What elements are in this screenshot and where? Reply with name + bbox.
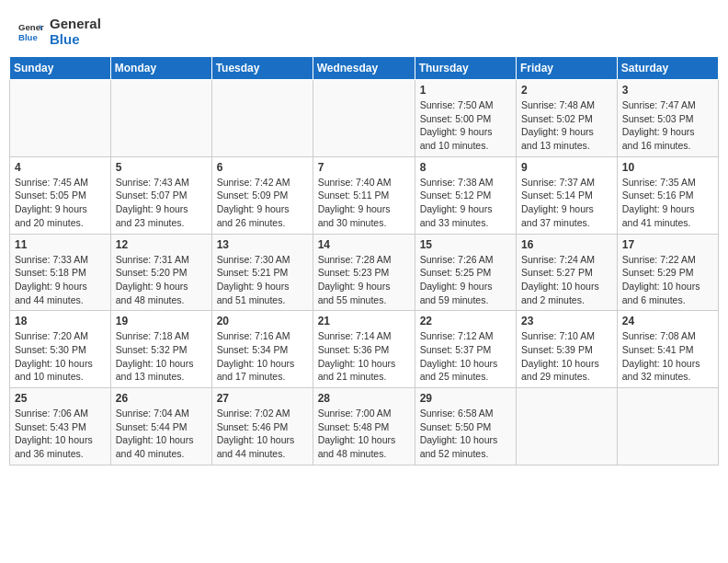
day-info-line: Daylight: 9 hours bbox=[15, 202, 106, 216]
day-info-line: Sunset: 5:48 PM bbox=[318, 420, 410, 434]
weekday-header-cell: Monday bbox=[110, 57, 211, 80]
weekday-header-cell: Friday bbox=[517, 57, 618, 80]
calendar-cell bbox=[211, 80, 313, 157]
calendar-cell: 7Sunrise: 7:40 AMSunset: 5:11 PMDaylight… bbox=[313, 156, 415, 234]
day-info-line: and 17 minutes. bbox=[217, 370, 308, 384]
day-number: 11 bbox=[15, 238, 106, 251]
day-info-line: Sunrise: 7:47 AM bbox=[622, 98, 713, 112]
day-info-line: and 37 minutes. bbox=[521, 216, 612, 230]
calendar-cell: 8Sunrise: 7:38 AMSunset: 5:12 PMDaylight… bbox=[415, 156, 516, 234]
day-info-line: Daylight: 10 hours bbox=[217, 357, 308, 371]
day-info-line: Sunrise: 7:50 AM bbox=[420, 98, 511, 112]
calendar-cell bbox=[313, 80, 415, 157]
weekday-header-cell: Wednesday bbox=[313, 57, 415, 80]
day-info-line: Sunrise: 7:10 AM bbox=[521, 329, 612, 343]
day-info-line: Sunset: 5:37 PM bbox=[420, 343, 511, 357]
day-info-line: Sunset: 5:46 PM bbox=[217, 420, 308, 434]
day-number: 17 bbox=[622, 238, 713, 251]
day-number: 16 bbox=[521, 238, 612, 251]
day-info-line: Daylight: 9 hours bbox=[116, 202, 207, 216]
day-info-line: Sunset: 5:14 PM bbox=[521, 189, 612, 202]
calendar-cell: 9Sunrise: 7:37 AMSunset: 5:14 PMDaylight… bbox=[517, 156, 618, 234]
day-number: 21 bbox=[318, 315, 410, 327]
day-info-line: Daylight: 10 hours bbox=[622, 357, 713, 371]
day-info-line: Sunrise: 7:35 AM bbox=[622, 176, 713, 190]
day-info-line: and 20 minutes. bbox=[15, 216, 106, 230]
calendar-cell: 12Sunrise: 7:31 AMSunset: 5:20 PMDayligh… bbox=[110, 234, 211, 311]
day-info-line: Sunset: 5:50 PM bbox=[420, 420, 511, 434]
day-number: 7 bbox=[318, 161, 410, 174]
day-info-line: Daylight: 9 hours bbox=[622, 125, 713, 139]
calendar-cell bbox=[517, 388, 618, 465]
calendar-cell: 16Sunrise: 7:24 AMSunset: 5:27 PMDayligh… bbox=[517, 234, 618, 311]
calendar-cell: 28Sunrise: 7:00 AMSunset: 5:48 PMDayligh… bbox=[313, 388, 415, 465]
day-info-line: Sunrise: 7:33 AM bbox=[15, 253, 106, 267]
day-info-line: Sunset: 5:20 PM bbox=[116, 266, 207, 280]
calendar-cell: 23Sunrise: 7:10 AMSunset: 5:39 PMDayligh… bbox=[517, 311, 618, 388]
day-info-line: Sunset: 5:32 PM bbox=[116, 343, 207, 357]
day-info-line: Sunrise: 6:58 AM bbox=[420, 407, 511, 420]
day-info-line: and 52 minutes. bbox=[420, 447, 511, 461]
day-info-line: Sunset: 5:09 PM bbox=[217, 189, 308, 202]
day-info-line: Sunset: 5:18 PM bbox=[15, 266, 106, 280]
calendar-cell: 1Sunrise: 7:50 AMSunset: 5:00 PMDaylight… bbox=[415, 80, 516, 157]
calendar-cell: 15Sunrise: 7:26 AMSunset: 5:25 PMDayligh… bbox=[415, 234, 516, 311]
day-info-line: Sunrise: 7:37 AM bbox=[521, 176, 612, 190]
day-info-line: and 21 minutes. bbox=[318, 370, 410, 384]
day-info-line: Sunrise: 7:08 AM bbox=[622, 329, 713, 343]
day-info-line: and 13 minutes. bbox=[116, 370, 207, 384]
day-number: 9 bbox=[521, 161, 612, 174]
calendar-table: SundayMondayTuesdayWednesdayThursdayFrid… bbox=[9, 56, 719, 465]
calendar-cell: 13Sunrise: 7:30 AMSunset: 5:21 PMDayligh… bbox=[211, 234, 313, 311]
day-info-line: Sunset: 5:11 PM bbox=[318, 189, 410, 202]
day-info-line: Sunrise: 7:40 AM bbox=[318, 176, 410, 190]
day-info-line: and 30 minutes. bbox=[318, 216, 410, 230]
calendar-cell: 14Sunrise: 7:28 AMSunset: 5:23 PMDayligh… bbox=[313, 234, 415, 311]
day-info-line: Daylight: 10 hours bbox=[116, 433, 207, 447]
day-info-line: and 25 minutes. bbox=[420, 370, 511, 384]
day-info-line: Sunset: 5:36 PM bbox=[318, 343, 410, 357]
calendar-week-row: 1Sunrise: 7:50 AMSunset: 5:00 PMDaylight… bbox=[10, 80, 719, 157]
day-info-line: Daylight: 9 hours bbox=[116, 280, 207, 293]
day-info-line: Sunrise: 7:04 AM bbox=[116, 407, 207, 420]
calendar-cell: 10Sunrise: 7:35 AMSunset: 5:16 PMDayligh… bbox=[617, 156, 718, 234]
day-info-line: Daylight: 9 hours bbox=[15, 280, 106, 293]
day-info-line: Sunset: 5:44 PM bbox=[116, 420, 207, 434]
day-info-line: and 51 minutes. bbox=[217, 293, 308, 307]
day-info-line: Sunset: 5:07 PM bbox=[116, 189, 207, 202]
day-info-line: Daylight: 10 hours bbox=[622, 280, 713, 293]
day-info-line: Sunset: 5:02 PM bbox=[521, 112, 612, 126]
day-info-line: Daylight: 10 hours bbox=[217, 433, 308, 447]
day-number: 28 bbox=[318, 392, 410, 405]
calendar-cell: 6Sunrise: 7:42 AMSunset: 5:09 PMDaylight… bbox=[211, 156, 313, 234]
day-info-line: Daylight: 10 hours bbox=[420, 357, 511, 371]
day-info-line: and 10 minutes. bbox=[420, 139, 511, 153]
day-number: 23 bbox=[521, 315, 612, 327]
day-info-line: Daylight: 10 hours bbox=[521, 280, 612, 293]
day-info-line: and 33 minutes. bbox=[420, 216, 511, 230]
calendar-cell bbox=[110, 80, 211, 157]
page-header: General Blue General Blue bbox=[9, 9, 719, 51]
day-number: 14 bbox=[318, 238, 410, 251]
day-info-line: Daylight: 9 hours bbox=[622, 202, 713, 216]
day-info-line: Sunrise: 7:12 AM bbox=[420, 329, 511, 343]
day-number: 15 bbox=[420, 238, 511, 251]
day-info-line: Sunrise: 7:26 AM bbox=[420, 253, 511, 267]
day-info-line: Daylight: 9 hours bbox=[420, 280, 511, 293]
calendar-cell: 17Sunrise: 7:22 AMSunset: 5:29 PMDayligh… bbox=[617, 234, 718, 311]
day-number: 27 bbox=[217, 392, 308, 405]
calendar-cell: 5Sunrise: 7:43 AMSunset: 5:07 PMDaylight… bbox=[110, 156, 211, 234]
calendar-cell: 2Sunrise: 7:48 AMSunset: 5:02 PMDaylight… bbox=[517, 80, 618, 157]
day-info-line: Sunrise: 7:28 AM bbox=[318, 253, 410, 267]
calendar-cell: 21Sunrise: 7:14 AMSunset: 5:36 PMDayligh… bbox=[313, 311, 415, 388]
day-info-line: Sunset: 5:39 PM bbox=[521, 343, 612, 357]
day-info-line: Daylight: 10 hours bbox=[318, 433, 410, 447]
logo-icon: General Blue bbox=[18, 19, 44, 45]
calendar-cell: 29Sunrise: 6:58 AMSunset: 5:50 PMDayligh… bbox=[415, 388, 516, 465]
day-info-line: Daylight: 9 hours bbox=[521, 125, 612, 139]
day-info-line: Sunset: 5:05 PM bbox=[15, 189, 106, 202]
calendar-week-row: 25Sunrise: 7:06 AMSunset: 5:43 PMDayligh… bbox=[10, 388, 719, 465]
day-info-line: Sunrise: 7:06 AM bbox=[15, 407, 106, 420]
day-info-line: and 55 minutes. bbox=[318, 293, 410, 307]
calendar-cell: 18Sunrise: 7:20 AMSunset: 5:30 PMDayligh… bbox=[10, 311, 111, 388]
